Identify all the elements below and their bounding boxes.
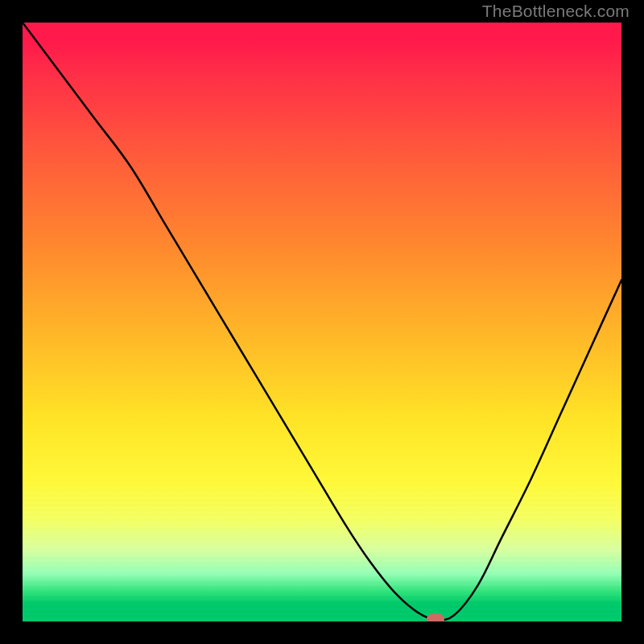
- chart-frame: TheBottleneck.com: [0, 0, 644, 644]
- optimal-point-marker: [427, 614, 444, 621]
- bottleneck-curve: [23, 23, 621, 621]
- plot-area: [23, 23, 621, 621]
- watermark-text: TheBottleneck.com: [482, 2, 630, 21]
